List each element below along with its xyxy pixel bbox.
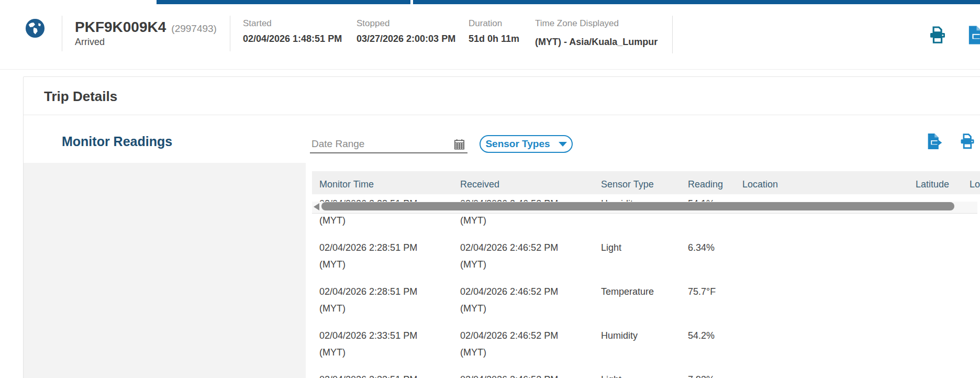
cell-reading: 75.7°F bbox=[688, 285, 742, 326]
table-row: 02/04/2026 2:33:51 PM (MYT) 02/04/2026 2… bbox=[312, 370, 980, 378]
cell-received: 02/04/2026 2:46:52 PM (MYT) bbox=[460, 329, 601, 370]
monitor-time-value: 02/04/2026 2:33:51 PM bbox=[319, 329, 460, 342]
received-value: 02/04/2026 2:46:52 PM bbox=[460, 241, 601, 254]
cell-monitor-time: 02/04/2026 2:28:51 PM (MYT) bbox=[319, 285, 460, 326]
trip-id-text: PKF9K009K4 bbox=[75, 19, 166, 35]
monitor-time-tz: (MYT) bbox=[319, 346, 460, 359]
cell-latitude bbox=[916, 285, 970, 326]
field-value: 03/27/2026 2:00:03 PM bbox=[357, 34, 455, 45]
cell-sensor-type: Temperature bbox=[601, 285, 688, 326]
field-label: Started bbox=[243, 18, 342, 29]
tab-indicator-left bbox=[157, 0, 410, 4]
arrow-left-icon[interactable] bbox=[314, 203, 319, 210]
cell-latitude bbox=[916, 373, 970, 378]
sensor-type-value: Temperature bbox=[601, 285, 688, 298]
sensor-type-value: Light bbox=[601, 373, 688, 378]
field-timezone: Time Zone Displayed (MYT) - Asia/Kuala_L… bbox=[535, 18, 658, 48]
column-header-received: Received bbox=[460, 179, 601, 194]
received-value: 02/04/2026 2:46:52 PM bbox=[460, 285, 601, 298]
table-row: 02/04/2026 2:28:51 PM (MYT) 02/04/2026 2… bbox=[312, 238, 980, 282]
monitor-readings-title: Monitor Readings bbox=[62, 134, 172, 149]
field-value: (MYT) - Asia/Kuala_Lumpur bbox=[535, 37, 658, 48]
cell-reading: 7.93% bbox=[688, 373, 742, 378]
file-export-icon[interactable] bbox=[965, 25, 980, 45]
cell-longitude bbox=[970, 241, 980, 282]
field-stopped: Stopped 03/27/2026 2:00:03 PM bbox=[357, 18, 455, 45]
cell-location bbox=[742, 329, 916, 370]
table-row: 02/04/2026 2:33:51 PM (MYT) 02/04/2026 2… bbox=[312, 326, 980, 370]
sensor-types-label: Sensor Types bbox=[485, 138, 550, 150]
field-duration: Duration 51d 0h 11m bbox=[469, 18, 519, 45]
trip-code: (2997493) bbox=[171, 23, 217, 34]
cell-received: 02/04/2026 2:46:52 PM (MYT) bbox=[460, 285, 601, 326]
sensor-types-dropdown[interactable]: Sensor Types bbox=[480, 135, 573, 153]
field-value: 51d 0h 11m bbox=[469, 34, 519, 45]
cell-latitude bbox=[916, 329, 970, 370]
file-export-icon[interactable] bbox=[925, 132, 943, 150]
sensor-type-value: Humidity bbox=[601, 329, 688, 342]
cell-monitor-time: 02/04/2026 2:33:51 PM (MYT) bbox=[319, 373, 460, 378]
calendar-icon[interactable] bbox=[453, 138, 465, 150]
trip-summary-header: PKF9K009K4(2997493) Arrived Started 02/0… bbox=[0, 4, 980, 70]
field-label: Time Zone Displayed bbox=[535, 18, 658, 29]
reading-value: 6.34% bbox=[688, 241, 742, 254]
monitor-time-tz: (MYT) bbox=[319, 214, 460, 227]
monitor-readings-toolbar: Monitor Readings Date Range bbox=[24, 115, 980, 163]
table-row: 02/04/2026 2:28:51 PM (MYT) 02/04/2026 2… bbox=[312, 282, 980, 326]
column-header-location: Location bbox=[742, 179, 916, 194]
table-header-row: Monitor Time Received Sensor Type Readin… bbox=[312, 171, 980, 194]
monitor-time-tz: (MYT) bbox=[319, 302, 460, 315]
monitor-time-value: 02/04/2026 2:28:51 PM bbox=[319, 241, 460, 254]
received-value: 02/04/2026 2:46:52 PM bbox=[460, 329, 601, 342]
received-tz: (MYT) bbox=[460, 214, 601, 227]
globe-icon bbox=[25, 18, 45, 38]
cell-location bbox=[742, 373, 916, 378]
cell-reading: 54.2% bbox=[688, 329, 742, 370]
cell-latitude bbox=[916, 241, 970, 282]
cell-longitude bbox=[970, 373, 980, 378]
cell-location bbox=[742, 241, 916, 282]
field-label: Duration bbox=[469, 18, 519, 29]
table-row: 02/04/2026 2:28:51 PM (MYT) 02/04/2026 2… bbox=[312, 194, 980, 238]
cell-monitor-time: 02/04/2026 2:33:51 PM (MYT) bbox=[319, 329, 460, 370]
horizontal-scrollbar[interactable] bbox=[312, 202, 977, 214]
cell-monitor-time: 02/04/2026 2:28:51 PM (MYT) bbox=[319, 241, 460, 282]
header-divider bbox=[230, 16, 230, 51]
caret-down-icon bbox=[559, 142, 567, 147]
trip-id: PKF9K009K4(2997493) bbox=[75, 19, 217, 36]
monitor-time-value: 02/04/2026 2:33:51 PM bbox=[319, 373, 460, 378]
cell-location bbox=[742, 285, 916, 326]
cell-received: 02/04/2026 2:46:52 PM (MYT) bbox=[460, 373, 601, 378]
cell-sensor-type: Light bbox=[601, 241, 688, 282]
header-divider bbox=[672, 16, 673, 53]
trip-details-page: PKF9K009K4(2997493) Arrived Started 02/0… bbox=[0, 0, 980, 378]
printer-icon[interactable] bbox=[928, 25, 948, 45]
monitor-time-value: 02/04/2026 2:28:51 PM bbox=[319, 285, 460, 298]
reading-value: 75.7°F bbox=[688, 285, 742, 298]
date-range-input[interactable]: Date Range bbox=[310, 136, 467, 153]
received-tz: (MYT) bbox=[460, 258, 601, 271]
field-label: Stopped bbox=[357, 18, 455, 29]
header-divider bbox=[62, 16, 62, 51]
reading-value: 7.93% bbox=[688, 373, 742, 378]
trip-details-card: Trip Details Monitor Readings Date Range bbox=[23, 76, 980, 378]
trip-details-title: Trip Details bbox=[44, 88, 117, 105]
cell-longitude bbox=[970, 285, 980, 326]
field-started: Started 02/04/2026 1:48:51 PM bbox=[243, 18, 342, 45]
received-tz: (MYT) bbox=[460, 302, 601, 315]
trip-status: Arrived bbox=[75, 37, 105, 48]
tab-indicator-right bbox=[413, 0, 980, 4]
column-header-reading: Reading bbox=[688, 179, 742, 194]
printer-icon[interactable] bbox=[959, 132, 976, 150]
cell-sensor-type: Humidity bbox=[601, 329, 688, 370]
scrollbar-thumb[interactable] bbox=[321, 202, 954, 210]
trip-details-section-header: Trip Details bbox=[24, 77, 980, 115]
received-value: 02/04/2026 2:46:52 PM bbox=[460, 373, 601, 378]
cell-received: 02/04/2026 2:46:52 PM (MYT) bbox=[460, 241, 601, 282]
cell-sensor-type: Light bbox=[601, 373, 688, 378]
date-range-placeholder: Date Range bbox=[310, 138, 364, 150]
map-panel bbox=[24, 163, 306, 378]
column-header-latitude: Latitude bbox=[916, 179, 970, 194]
cell-reading: 6.34% bbox=[688, 241, 742, 282]
received-tz: (MYT) bbox=[460, 346, 601, 359]
